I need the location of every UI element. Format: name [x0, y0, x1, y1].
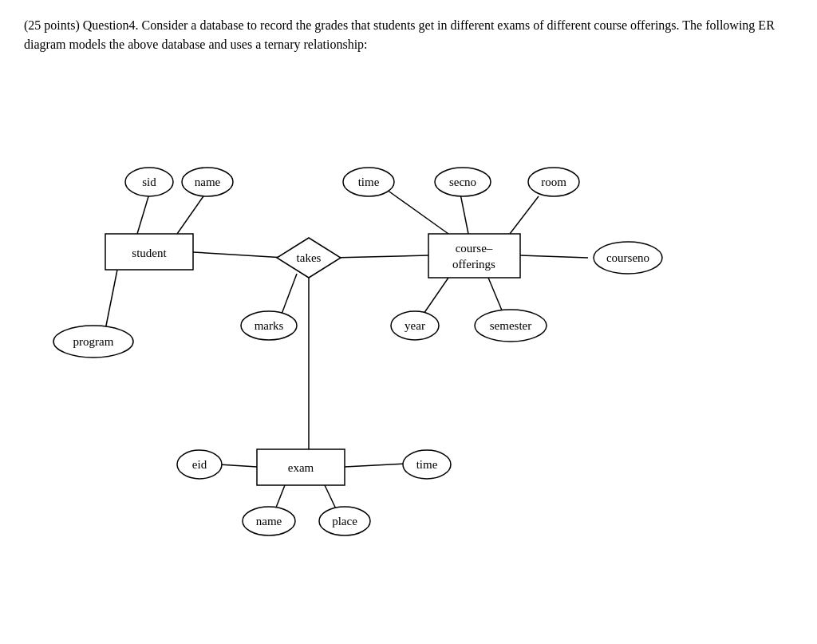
svg-line-2	[193, 252, 285, 258]
semester-label: semester	[490, 319, 531, 332]
place-label: place	[332, 515, 357, 527]
name-student-label: name	[195, 176, 221, 188]
sid-label: sid	[142, 176, 156, 188]
eid-label: eid	[192, 458, 207, 471]
time-exam-label: time	[416, 458, 438, 471]
time-top-label: time	[358, 176, 380, 188]
description: (25 points) Question4. Consider a databa…	[24, 16, 793, 54]
svg-line-3	[105, 270, 117, 330]
svg-line-5	[333, 255, 428, 258]
name-exam-label: name	[256, 515, 282, 527]
svg-line-1	[177, 194, 205, 234]
exam-label: exam	[288, 461, 314, 474]
svg-line-16	[345, 464, 406, 467]
year-label: year	[405, 319, 425, 332]
er-diagram: student takes course– offerings exam sid…	[26, 78, 791, 541]
svg-line-13	[219, 464, 257, 467]
svg-line-10	[520, 255, 588, 258]
takes-label: takes	[297, 251, 322, 264]
secno-label: secno	[449, 176, 476, 188]
svg-line-0	[137, 194, 149, 234]
svg-line-4	[281, 274, 297, 316]
program-label: program	[73, 335, 114, 348]
svg-line-11	[422, 278, 448, 316]
course-offerings-rect	[428, 234, 520, 278]
svg-line-8	[460, 194, 468, 234]
course-offerings-label-1: course–	[456, 242, 493, 255]
course-offerings-label-2: offerings	[452, 258, 495, 271]
svg-line-7	[387, 190, 448, 234]
marks-label: marks	[255, 319, 284, 332]
room-label: room	[541, 176, 566, 188]
svg-line-9	[510, 196, 539, 234]
student-label: student	[132, 247, 167, 259]
courseno-label: courseno	[606, 251, 649, 264]
